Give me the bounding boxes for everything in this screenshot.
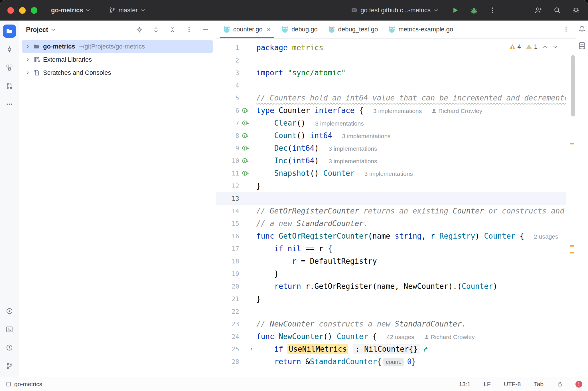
panel-options-button[interactable]: [184, 25, 194, 34]
line-number[interactable]: 6: [216, 107, 240, 114]
code-line[interactable]: Clear()3 implementations: [256, 117, 566, 129]
code-line[interactable]: Dec(int64)3 implementations: [256, 142, 566, 154]
line-number[interactable]: 11: [216, 170, 240, 177]
line-number[interactable]: 15: [216, 220, 240, 227]
code-line[interactable]: type Counter interface {3 implementation…: [256, 104, 566, 117]
code-line[interactable]: }: [256, 267, 566, 280]
implementations-inlay-hint[interactable]: 3 implementations: [329, 158, 377, 164]
implementations-inlay-hint[interactable]: 3 implementations: [364, 170, 413, 177]
line-number[interactable]: 3: [216, 69, 240, 76]
implementations-gutter-icon[interactable]: I: [240, 157, 250, 164]
line-number[interactable]: 20: [216, 283, 240, 290]
code-line[interactable]: return r.GetOrRegister(name, NewCounter)…: [256, 280, 566, 293]
line-number[interactable]: 4: [216, 82, 240, 89]
toolwindow-run-button[interactable]: [3, 305, 16, 318]
line-number[interactable]: 1: [216, 44, 240, 51]
scrollbar-thumb[interactable]: [571, 55, 575, 116]
line-number[interactable]: 2: [216, 57, 240, 64]
tab-options-button[interactable]: [561, 24, 571, 35]
code-line[interactable]: // NewCounter constructs a new StandardC…: [256, 318, 566, 330]
previous-problem-icon[interactable]: [542, 44, 548, 50]
indent-widget[interactable]: Tab: [533, 380, 544, 389]
run-button[interactable]: [449, 5, 461, 16]
code-line[interactable]: Inc(int64)3 implementations: [256, 154, 566, 167]
expand-all-button[interactable]: [151, 25, 161, 34]
implementations-inlay-hint[interactable]: 3 implementations: [329, 145, 377, 152]
line-number[interactable]: 28: [216, 358, 240, 365]
code-line[interactable]: func GetOrRegisterCounter(name string, r…: [256, 230, 566, 242]
author-inlay-hint[interactable]: Richard Crowley: [431, 108, 482, 114]
close-window-button[interactable]: [7, 7, 14, 14]
chevron-right-icon[interactable]: [25, 44, 31, 49]
run-configuration-widget[interactable]: go test github.c...-metrics: [347, 4, 442, 17]
select-opened-file-button[interactable]: [135, 25, 144, 34]
toolwindow-project-button[interactable]: [3, 25, 16, 38]
code-line[interactable]: if nil == r {: [256, 242, 566, 255]
search-everywhere-button[interactable]: [551, 5, 563, 16]
code-line[interactable]: [256, 192, 566, 205]
line-number[interactable]: 17: [216, 245, 240, 252]
hide-panel-button[interactable]: [201, 25, 210, 34]
tab-debug-test-go[interactable]: debug_test.go: [323, 21, 383, 38]
author-inlay-hint[interactable]: Richard Crowley: [424, 334, 475, 340]
notifications-button[interactable]: [577, 25, 587, 34]
line-number[interactable]: 13: [216, 195, 240, 202]
implementations-gutter-icon[interactable]: I: [240, 132, 250, 139]
usages-inlay-hint[interactable]: 2 usages: [534, 233, 558, 240]
tree-item-external-libraries[interactable]: External Libraries: [22, 53, 213, 66]
tab-debug-go[interactable]: debug.go: [276, 21, 323, 38]
encoding-widget[interactable]: UTF-8: [503, 380, 522, 389]
settings-button[interactable]: [570, 5, 582, 16]
line-number[interactable]: 18: [216, 258, 240, 265]
line-number[interactable]: 5: [216, 94, 240, 102]
caret-position-widget[interactable]: 13:1: [458, 380, 471, 389]
fold-chevron-icon[interactable]: ›: [250, 346, 256, 352]
project-panel-title[interactable]: Project: [26, 26, 48, 34]
warning-stripe-mark[interactable]: [570, 252, 574, 253]
line-number[interactable]: 9: [216, 145, 240, 152]
toolwindow-commit-button[interactable]: [3, 43, 16, 56]
code-line[interactable]: r = DefaultRegistry: [256, 255, 566, 267]
code-line[interactable]: func NewCounter() Counter {42 usagesRich…: [256, 330, 566, 343]
line-number[interactable]: 10: [216, 157, 240, 164]
more-actions-button[interactable]: [487, 5, 498, 16]
code-line[interactable]: Snapshot() Counter3 implementations: [256, 167, 566, 180]
read-only-toggle[interactable]: [556, 380, 563, 388]
branch-widget[interactable]: master: [105, 4, 149, 17]
code-line[interactable]: return &StandardCounter{count:0}: [256, 355, 566, 368]
warnings-count[interactable]: 4: [509, 43, 521, 51]
line-number[interactable]: 14: [216, 207, 240, 215]
code-line[interactable]: }: [256, 293, 566, 305]
debug-button[interactable]: [468, 5, 480, 16]
toolwindow-vcs-button[interactable]: [3, 359, 16, 372]
error-stripe[interactable]: [566, 39, 576, 377]
code-line[interactable]: if UseNilMetrics : NilCounter{}: [256, 343, 566, 355]
line-number[interactable]: 12: [216, 182, 240, 190]
line-number[interactable]: 16: [216, 233, 240, 240]
line-separator-widget[interactable]: LF: [483, 380, 491, 389]
chevron-right-icon[interactable]: [25, 57, 31, 63]
code-line[interactable]: [256, 54, 566, 66]
code-area[interactable]: package metricsimport "sync/atomic"// Co…: [256, 39, 566, 377]
implementations-inlay-hint[interactable]: 3 implementations: [342, 133, 390, 139]
collapse-all-button[interactable]: [168, 25, 177, 34]
toolwindow-database-button[interactable]: [577, 41, 587, 50]
line-number[interactable]: 25: [216, 346, 240, 353]
toolwindow-problems-button[interactable]: [3, 341, 16, 354]
toolwindow-terminal-button[interactable]: [3, 323, 16, 336]
line-number[interactable]: 19: [216, 270, 240, 277]
line-number[interactable]: 24: [216, 333, 240, 340]
chevron-right-icon[interactable]: [25, 70, 31, 76]
weak-warnings-count[interactable]: 1: [526, 43, 538, 51]
implementations-inlay-hint[interactable]: 3 implementations: [373, 108, 422, 114]
next-problem-icon[interactable]: [552, 44, 558, 50]
implementations-gutter-icon[interactable]: I: [240, 119, 250, 127]
code-line[interactable]: // GetOrRegisterCounter returns an exist…: [256, 205, 566, 217]
code-line[interactable]: Count() int643 implementations: [256, 129, 566, 142]
close-tab-icon[interactable]: ×: [267, 26, 271, 33]
line-number[interactable]: 22: [216, 308, 240, 315]
implementations-gutter-icon[interactable]: I: [240, 107, 250, 114]
line-number[interactable]: 23: [216, 321, 240, 328]
tab-metrics-example-go[interactable]: metrics-example.go: [383, 21, 458, 38]
code-line[interactable]: [256, 79, 566, 92]
